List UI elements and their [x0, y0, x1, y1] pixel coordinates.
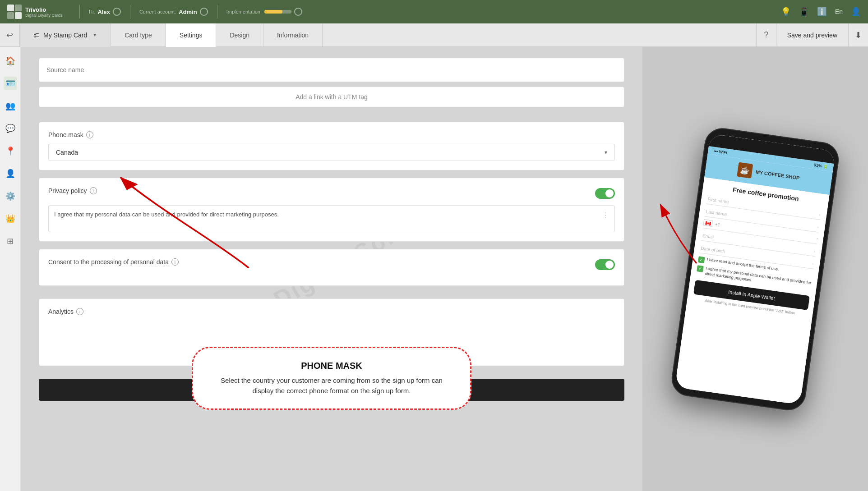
nav-implementation: Implementation:: [226, 8, 302, 16]
hi-label: Hi,: [89, 9, 95, 14]
privacy-toggle[interactable]: [595, 188, 615, 199]
resize-handle: ⋮: [602, 211, 609, 220]
consent-toggle-thumb: [605, 261, 614, 269]
tab-bar: ↩ 🏷 My Stamp Card ▼ Card type Settings D…: [0, 23, 868, 47]
user-status-circle: [113, 8, 121, 16]
field-chevron-2: ›: [817, 225, 819, 229]
phone-marketing-checkbox[interactable]: ✓: [697, 265, 704, 272]
impl-status-circle: [294, 8, 302, 16]
field-chevron-3: ›: [814, 249, 816, 253]
logo-icon: [7, 5, 22, 19]
source-name-field: [39, 58, 624, 82]
phone-mockup: ▪▪▪ WiFi 91% 🔋 ☕ MY COFFEE SHOP Free cof…: [669, 126, 841, 413]
consent-label: Consent to the processing of personal da…: [48, 258, 179, 266]
back-icon: ↩: [6, 30, 13, 40]
privacy-policy-label: Privacy policy i: [48, 187, 97, 194]
phone-screen: ▪▪▪ WiFi 91% 🔋 ☕ MY COFFEE SHOP Free cof…: [675, 133, 836, 404]
center-content: © One Digital Solutions Add a link with …: [21, 47, 642, 491]
sidebar-item-integrations[interactable]: ⊞: [4, 234, 17, 248]
download-button[interactable]: ⬇: [848, 23, 868, 47]
logo-area: Trivolio Digital Loyalty Cards: [7, 5, 70, 19]
help-icon: ?: [764, 30, 768, 40]
top-navigation: Trivolio Digital Loyalty Cards Hi, Alex …: [0, 0, 868, 23]
save-preview-button[interactable]: Save and preview: [776, 23, 848, 47]
left-sidebar: 🏠 🪪 👥 💬 📍 👤 ⚙️ 👑 ⊞: [0, 47, 21, 491]
phone-mask-tooltip: PHONE MASK Select the country your custo…: [192, 347, 471, 410]
nav-divider-2: [130, 5, 130, 18]
source-name-input[interactable]: [46, 64, 617, 75]
toggle-thumb: [605, 189, 614, 197]
avatar-icon[interactable]: 👤: [851, 7, 861, 17]
sidebar-item-settings[interactable]: ⚙️: [4, 189, 17, 203]
consent-info-icon[interactable]: i: [171, 258, 179, 266]
user-name: Alex: [97, 9, 110, 15]
help-button[interactable]: ?: [756, 23, 776, 47]
phone-battery: 91% 🔋: [813, 162, 828, 169]
tab-settings[interactable]: Settings: [166, 23, 217, 47]
right-panel: ▪▪▪ WiFi 91% 🔋 ☕ MY COFFEE SHOP Free cof…: [642, 47, 868, 491]
tab-information[interactable]: Information: [263, 23, 323, 47]
back-button[interactable]: ↩: [0, 23, 20, 47]
account-status-circle: [200, 8, 208, 16]
mobile-icon[interactable]: 📱: [799, 7, 809, 17]
phone-signal: ▪▪▪ WiFi: [713, 148, 727, 155]
sidebar-item-messages[interactable]: 💬: [4, 122, 17, 135]
stamp-card-icon: 🏷: [33, 32, 40, 39]
impl-progress-fill: [264, 10, 282, 14]
phone-mask-select[interactable]: Canada ▾: [48, 144, 615, 161]
stamp-card-chevron: ▼: [92, 32, 97, 37]
nav-divider-1: [79, 5, 80, 18]
sidebar-item-home[interactable]: 🏠: [4, 54, 17, 68]
phone-mask-section: Phone mask i Canada ▾: [39, 122, 624, 170]
analytics-label: Analytics i: [48, 308, 615, 315]
impl-label: Implementation:: [226, 9, 262, 14]
download-icon: ⬇: [855, 30, 862, 40]
app-subtitle: Digital Loyalty Cards: [25, 13, 63, 18]
phone-mask-label: Phone mask i: [48, 131, 615, 138]
coffee-shop-icon: ☕: [737, 162, 753, 178]
info-circle-icon[interactable]: ℹ️: [817, 7, 827, 17]
coffee-shop-name: MY COFFEE SHOP: [755, 169, 800, 181]
nav-account: Current account: Admin: [139, 8, 208, 16]
tab-design[interactable]: Design: [216, 23, 263, 47]
phone-code: +1: [715, 221, 720, 227]
nav-icons: 💡 📱 ℹ️ En 👤: [781, 7, 861, 17]
account-value: Admin: [179, 9, 197, 15]
language-icon[interactable]: En: [835, 8, 843, 15]
privacy-policy-section: Privacy policy i I agree that my persona…: [39, 178, 624, 242]
chevron-down-icon: ▾: [605, 149, 607, 156]
field-chevron-4: ›: [812, 262, 814, 266]
tab-card-type[interactable]: Card type: [111, 23, 166, 47]
sidebar-item-users[interactable]: 👥: [4, 99, 17, 113]
impl-progress-bg: [264, 10, 291, 14]
field-chevron: ›: [819, 212, 821, 216]
sidebar-item-premium[interactable]: 👑: [4, 212, 17, 225]
phone-body: Free coffee promotion First name › Last …: [675, 177, 830, 404]
tooltip-description: Select the country your customer are com…: [211, 376, 452, 396]
bulb-icon[interactable]: 💡: [781, 7, 791, 17]
sidebar-item-locations[interactable]: 📍: [4, 144, 17, 158]
sidebar-item-contacts[interactable]: 👤: [4, 167, 17, 180]
analytics-info-icon[interactable]: i: [76, 308, 83, 315]
phone-notch: [754, 140, 791, 153]
app-name: Trivolio: [25, 6, 63, 13]
phone-mask-info-icon[interactable]: i: [86, 131, 93, 138]
tab-my-stamp-card[interactable]: 🏷 My Stamp Card ▼: [20, 23, 111, 47]
privacy-info-icon[interactable]: i: [90, 187, 97, 194]
privacy-text: I agree that my personal data can be use…: [48, 205, 615, 232]
main-layout: 🏠 🪪 👥 💬 📍 👤 ⚙️ 👑 ⊞ © One Digital Solutio…: [0, 47, 868, 491]
canada-flag-icon: 🇨🇦: [703, 219, 713, 227]
phone-field-chevron: ›: [817, 236, 818, 240]
utm-link-button[interactable]: Add a link with a UTM tag: [39, 87, 624, 107]
tooltip-title: PHONE MASK: [211, 361, 452, 371]
sidebar-item-cards[interactable]: 🪪: [4, 77, 17, 90]
consent-section: Consent to the processing of personal da…: [39, 249, 624, 286]
phone-terms-checkbox[interactable]: ✓: [698, 256, 705, 263]
nav-divider-3: [217, 5, 217, 18]
consent-toggle[interactable]: [595, 259, 615, 270]
nav-user: Hi, Alex: [89, 8, 121, 16]
account-label: Current account:: [139, 9, 176, 14]
